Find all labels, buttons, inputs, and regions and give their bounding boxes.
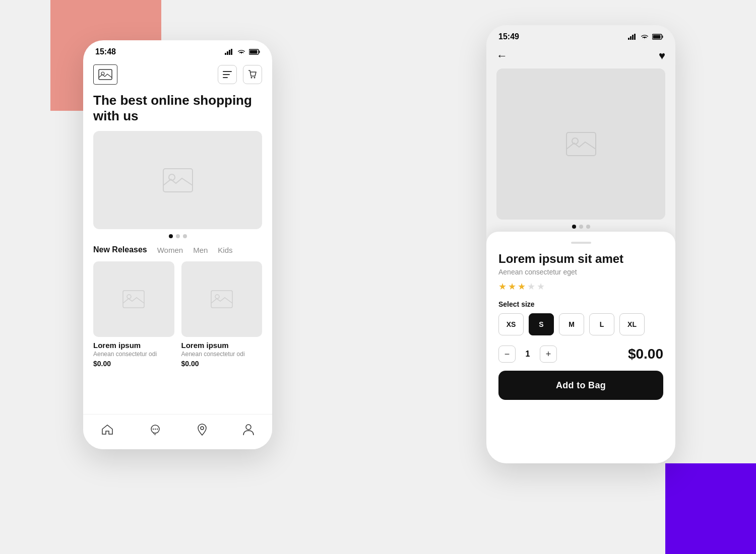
banner-placeholder-icon bbox=[163, 168, 193, 192]
star-rating: ★ ★ ★ ★ ★ bbox=[498, 281, 663, 292]
svg-rect-18 bbox=[211, 291, 232, 308]
svg-point-22 bbox=[155, 428, 156, 429]
phone-screen-right: 15:49 ← ♥ bbox=[486, 25, 675, 463]
svg-rect-32 bbox=[653, 35, 661, 39]
svg-rect-14 bbox=[163, 169, 193, 192]
svg-point-15 bbox=[169, 174, 175, 180]
svg-rect-5 bbox=[259, 51, 260, 53]
tab-women[interactable]: Women bbox=[157, 246, 183, 254]
nav-chat[interactable] bbox=[149, 424, 161, 435]
dot-right-3[interactable] bbox=[586, 225, 590, 229]
wifi-icon-right bbox=[640, 33, 649, 40]
product-placeholder-icon-2 bbox=[211, 290, 233, 308]
quantity-value: 1 bbox=[523, 350, 533, 359]
home-icon bbox=[101, 424, 113, 435]
product-image-1 bbox=[93, 261, 174, 337]
svg-rect-7 bbox=[99, 70, 112, 80]
product-placeholder-icon-1 bbox=[122, 290, 145, 308]
size-xs[interactable]: XS bbox=[498, 313, 524, 335]
product-detail-title: Lorem ipsum sit amet bbox=[498, 252, 663, 266]
wifi-icon bbox=[237, 48, 246, 55]
nav-profile[interactable] bbox=[243, 424, 254, 436]
star-5: ★ bbox=[537, 281, 545, 292]
status-bar-right: 15:49 bbox=[486, 25, 675, 45]
signal-icon bbox=[225, 49, 234, 55]
size-l[interactable]: L bbox=[589, 313, 614, 335]
size-label: Select size bbox=[498, 300, 663, 308]
quantity-increase-button[interactable]: + bbox=[540, 345, 557, 363]
svg-point-34 bbox=[572, 138, 578, 144]
svg-point-25 bbox=[246, 425, 251, 430]
back-button[interactable]: ← bbox=[496, 50, 508, 61]
menu-button[interactable] bbox=[218, 65, 237, 84]
status-time-right: 15:49 bbox=[498, 32, 519, 41]
quantity-control: − 1 + bbox=[498, 345, 557, 363]
size-xl[interactable]: XL bbox=[619, 313, 645, 335]
battery-icon-right bbox=[652, 34, 663, 40]
product-price-2: $0.00 bbox=[181, 360, 263, 368]
svg-rect-11 bbox=[223, 77, 228, 78]
hero-title: The best online shopping with us bbox=[83, 91, 272, 131]
logo bbox=[93, 64, 117, 85]
nav-location[interactable] bbox=[197, 424, 207, 436]
svg-rect-6 bbox=[250, 50, 258, 54]
cart-icon bbox=[248, 70, 257, 79]
status-icons-right bbox=[628, 33, 663, 40]
menu-icon bbox=[223, 71, 232, 78]
status-bar-left: 15:48 bbox=[83, 40, 272, 60]
dot-1[interactable] bbox=[169, 234, 173, 238]
product-card-2[interactable]: Lorem ipsum Aenean consectetur odi $0.00 bbox=[181, 261, 263, 368]
size-options: XS S M L XL bbox=[498, 313, 663, 335]
svg-rect-3 bbox=[231, 49, 232, 55]
svg-point-13 bbox=[254, 77, 256, 79]
svg-rect-2 bbox=[229, 50, 230, 55]
tab-kids[interactable]: Kids bbox=[218, 246, 232, 254]
quantity-decrease-button[interactable]: − bbox=[498, 345, 516, 363]
product-header: ← ♥ bbox=[486, 45, 675, 68]
logo-icon bbox=[98, 69, 112, 80]
dot-2[interactable] bbox=[176, 234, 180, 238]
dot-3[interactable] bbox=[183, 234, 187, 238]
product-detail-subtitle: Aenean consectetur eget bbox=[498, 268, 663, 276]
top-nav-left bbox=[83, 60, 272, 91]
quantity-price-row: − 1 + $0.00 bbox=[498, 345, 663, 363]
dot-right-2[interactable] bbox=[579, 225, 583, 229]
size-s[interactable]: S bbox=[529, 313, 554, 335]
product-card-1[interactable]: Lorem ipsum Aenean consectetur odi $0.00 bbox=[93, 261, 174, 368]
svg-rect-9 bbox=[223, 71, 232, 72]
svg-rect-29 bbox=[634, 34, 636, 40]
star-4: ★ bbox=[527, 281, 535, 292]
svg-rect-28 bbox=[632, 35, 634, 40]
svg-point-12 bbox=[251, 77, 253, 79]
svg-rect-33 bbox=[566, 132, 596, 156]
category-tabs: New Releases Women Men Kids bbox=[83, 243, 272, 261]
svg-rect-1 bbox=[227, 51, 228, 55]
svg-rect-0 bbox=[225, 53, 226, 55]
cart-button[interactable] bbox=[243, 65, 262, 84]
favorite-button[interactable]: ♥ bbox=[659, 49, 665, 62]
product-image-main bbox=[496, 68, 665, 220]
signal-icon-right bbox=[628, 34, 637, 40]
star-3: ★ bbox=[518, 281, 526, 292]
product-image-2 bbox=[181, 261, 263, 337]
tab-men[interactable]: Men bbox=[193, 246, 208, 254]
dot-right-1[interactable] bbox=[572, 225, 576, 229]
add-to-bag-button[interactable]: Add to Bag bbox=[498, 371, 663, 400]
size-m[interactable]: M bbox=[559, 313, 584, 335]
top-nav-icons bbox=[218, 65, 262, 84]
tab-new-releases[interactable]: New Releases bbox=[93, 245, 147, 254]
svg-rect-27 bbox=[630, 36, 632, 40]
svg-rect-26 bbox=[628, 38, 629, 40]
chat-icon bbox=[149, 424, 161, 435]
product-name-1: Lorem ipsum bbox=[93, 341, 174, 350]
bottom-nav-left bbox=[83, 414, 272, 449]
product-desc-1: Aenean consectetur odi bbox=[93, 351, 174, 358]
product-grid: Lorem ipsum Aenean consectetur odi $0.00… bbox=[83, 261, 272, 368]
phone-screen-left: 15:48 bbox=[83, 40, 272, 449]
bg-decoration-purple bbox=[665, 463, 756, 554]
carousel-dots-right bbox=[486, 220, 675, 232]
svg-rect-31 bbox=[662, 36, 663, 38]
product-detail-price: $0.00 bbox=[628, 346, 663, 362]
nav-home[interactable] bbox=[101, 424, 113, 435]
battery-icon bbox=[249, 49, 260, 55]
